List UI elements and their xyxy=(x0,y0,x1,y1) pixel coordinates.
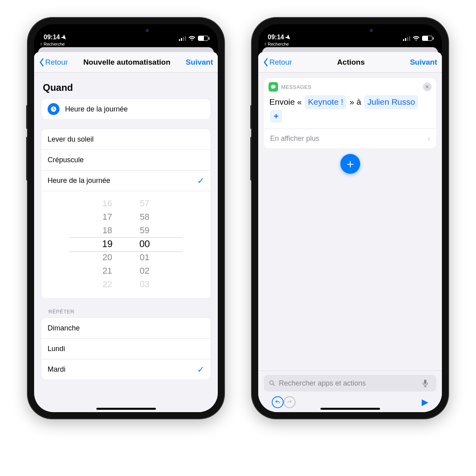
action-text: » à xyxy=(349,97,361,106)
back-to-app[interactable]: Recherche xyxy=(264,42,289,46)
option-sunrise[interactable]: Lever du soleil xyxy=(41,129,211,150)
trigger-summary-row[interactable]: Heure de la journée xyxy=(41,99,211,119)
picker-cell: 03 xyxy=(133,278,157,291)
picker-cell: 20 xyxy=(96,251,119,264)
status-time: 09:14 xyxy=(44,34,60,41)
action-sentence: Envoie « Keynote ! » à Julien Russo + xyxy=(264,93,436,129)
battery-icon xyxy=(422,36,432,41)
phone-frame-right: 09:14 ➤ Recherche Retour Acti xyxy=(252,18,448,418)
picker-cell: 59 xyxy=(133,224,157,237)
check-icon: ✓ xyxy=(197,176,204,186)
search-input[interactable]: Rechercher apps et actions xyxy=(264,375,436,392)
home-indicator[interactable] xyxy=(321,408,380,410)
day-label: Dimanche xyxy=(48,324,80,332)
location-icon: ➤ xyxy=(60,33,69,42)
page-title: Actions xyxy=(337,58,365,67)
add-recipient-token[interactable]: + xyxy=(270,110,282,123)
option-sunrise-label: Lever du soleil xyxy=(48,135,94,144)
time-picker[interactable]: 16 17 18 19 20 21 22 57 58 xyxy=(41,191,211,298)
action-card: MESSAGES ✕ Envoie « Keynote ! » à Julien… xyxy=(264,78,436,148)
content-scroll[interactable]: MESSAGES ✕ Envoie « Keynote ! » à Julien… xyxy=(258,73,442,370)
check-icon: ✓ xyxy=(197,365,204,375)
add-action-button[interactable]: ＋ xyxy=(340,154,360,174)
show-more-label: En afficher plus xyxy=(270,134,319,143)
back-label: Retour xyxy=(269,58,292,67)
picker-selected: 19 xyxy=(96,237,119,251)
picker-minutes[interactable]: 57 58 59 00 01 02 03 xyxy=(133,197,157,291)
message-token[interactable]: Keynote ! xyxy=(305,95,347,109)
time-options-card: Lever du soleil Crépuscule Heure de la j… xyxy=(41,129,211,298)
run-button[interactable]: ▶ xyxy=(422,397,428,407)
day-label: Mardi xyxy=(48,365,65,374)
back-button[interactable]: Retour xyxy=(263,58,292,67)
content-scroll[interactable]: Quand Heure de la journée Lever du sole xyxy=(34,73,218,412)
back-to-app[interactable]: Recherche xyxy=(40,42,65,46)
day-row[interactable]: Dimanche xyxy=(41,318,211,338)
notch xyxy=(84,24,168,36)
option-time-of-day-label: Heure de la journée xyxy=(48,177,110,185)
home-indicator[interactable] xyxy=(96,408,156,410)
nav-bar: Retour Actions Suivant xyxy=(258,52,442,73)
wifi-icon xyxy=(413,36,420,41)
picker-cell: 16 xyxy=(96,197,119,210)
picker-cell: 17 xyxy=(96,210,119,224)
remove-action-button[interactable]: ✕ xyxy=(423,83,432,91)
clock-icon xyxy=(48,103,60,115)
redo-button xyxy=(284,396,296,408)
day-label: Lundi xyxy=(48,345,65,353)
svg-rect-11 xyxy=(424,380,426,384)
bottom-toolbar: Rechercher apps et actions ▶ xyxy=(258,370,442,412)
messages-app-icon xyxy=(269,82,278,92)
option-time-of-day[interactable]: Heure de la journée ✓ xyxy=(41,170,211,191)
trigger-summary-card: Heure de la journée xyxy=(41,99,211,119)
svg-rect-6 xyxy=(405,38,406,41)
status-time: 09:14 xyxy=(268,34,284,41)
option-sunset-label: Crépuscule xyxy=(48,156,84,164)
chevron-right-icon: › xyxy=(428,134,430,143)
search-placeholder: Rechercher apps et actions xyxy=(279,379,366,388)
svg-rect-8 xyxy=(409,36,410,41)
back-to-app-label: Recherche xyxy=(44,42,65,46)
cell-signal-icon xyxy=(179,36,186,41)
svg-rect-5 xyxy=(403,39,404,41)
trigger-summary-label: Heure de la journée xyxy=(65,105,128,113)
dictate-icon[interactable] xyxy=(422,379,428,387)
svg-rect-0 xyxy=(179,39,180,41)
svg-point-9 xyxy=(270,381,273,384)
back-button[interactable]: Retour xyxy=(39,58,68,67)
svg-line-10 xyxy=(273,384,274,386)
picker-cell: 02 xyxy=(133,264,157,278)
modal-sheet: Retour Nouvelle automatisation Suivant Q… xyxy=(34,52,218,412)
show-more-row[interactable]: En afficher plus › xyxy=(264,129,436,148)
day-row[interactable]: Mardi ✓ xyxy=(41,359,211,380)
picker-cell: 21 xyxy=(96,264,119,278)
battery-icon xyxy=(198,36,208,41)
nav-bar: Retour Nouvelle automatisation Suivant xyxy=(34,52,218,73)
picker-cell: 57 xyxy=(133,197,157,210)
screen: 09:14 ➤ Recherche Retour Nouv xyxy=(34,24,218,412)
action-text: Envoie « xyxy=(269,97,302,106)
modal-sheet: Retour Actions Suivant MESSAGES ✕ xyxy=(258,52,442,412)
picker-hours[interactable]: 16 17 18 19 20 21 22 xyxy=(96,197,119,291)
action-app-label: MESSAGES xyxy=(281,84,311,90)
next-button[interactable]: Suivant xyxy=(410,58,437,67)
option-sunset[interactable]: Crépuscule xyxy=(41,150,211,170)
back-to-app-label: Recherche xyxy=(268,42,289,46)
next-button[interactable]: Suivant xyxy=(186,58,213,67)
picker-selected: 00 xyxy=(133,237,157,251)
picker-cell: 58 xyxy=(133,210,157,224)
svg-rect-1 xyxy=(181,38,182,41)
phone-frame-left: 09:14 ➤ Recherche Retour Nouv xyxy=(28,18,224,418)
screen: 09:14 ➤ Recherche Retour Acti xyxy=(258,24,442,412)
day-row[interactable]: Lundi xyxy=(41,338,211,359)
back-label: Retour xyxy=(45,58,68,67)
undo-button[interactable] xyxy=(272,396,284,408)
recipient-token[interactable]: Julien Russo xyxy=(364,95,418,109)
repeat-card: Dimanche Lundi Mardi ✓ xyxy=(41,318,211,380)
svg-rect-3 xyxy=(185,36,186,41)
location-icon: ➤ xyxy=(284,33,293,42)
picker-cell: 18 xyxy=(96,224,119,237)
repeat-header: RÉPÉTER xyxy=(48,309,211,315)
cell-signal-icon xyxy=(403,36,410,41)
picker-cell: 22 xyxy=(96,278,119,291)
